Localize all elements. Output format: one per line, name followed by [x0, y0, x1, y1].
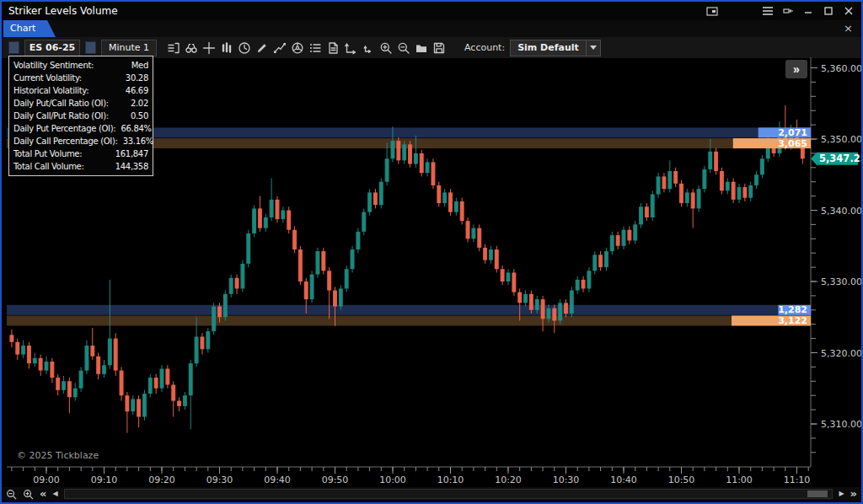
- list-icon[interactable]: [308, 41, 322, 55]
- zoom-out-icon[interactable]: [6, 487, 17, 501]
- svg-text:5,330.00: 5,330.00: [821, 276, 861, 287]
- panel-row: Daily Call/Put Ratio (OI):0.50: [9, 110, 153, 122]
- bar-type-icon[interactable]: [220, 41, 233, 55]
- panel-row-value: 144,358: [115, 160, 148, 173]
- tab-bar: Chart ×: [2, 20, 861, 37]
- svg-text:10:40: 10:40: [610, 475, 637, 485]
- svg-text:1,282: 1,282: [778, 304, 807, 315]
- panel-row-label: Total Put Volume:: [13, 147, 82, 160]
- svg-text:09:40: 09:40: [264, 475, 291, 485]
- binoculars-icon[interactable]: [185, 41, 198, 55]
- account-dropdown[interactable]: Sim Default: [510, 40, 601, 56]
- bottom-scroll-bar: « ◀ ▶ »: [2, 487, 861, 501]
- svg-text:5,340.00: 5,340.00: [821, 206, 861, 217]
- axis-corner-icon[interactable]: [362, 41, 375, 55]
- panel-expand-button[interactable]: »: [785, 60, 807, 78]
- toolbar-icons: [167, 41, 446, 55]
- panel-row-label: Historical Volatility:: [13, 84, 88, 97]
- volatility-panel-rows: Volatility Sentiment:MedCurrent Volatili…: [9, 59, 153, 173]
- svg-text:09:50: 09:50: [322, 475, 349, 485]
- svg-text:09:10: 09:10: [91, 475, 118, 485]
- svg-text:3,065: 3,065: [778, 138, 807, 149]
- clock-icon[interactable]: [238, 41, 251, 55]
- crosshair-icon[interactable]: [202, 41, 216, 55]
- trendline-icon[interactable]: [273, 41, 287, 55]
- instrument-selector[interactable]: ES 06-25: [24, 40, 80, 56]
- fast-forward-icon[interactable]: »: [850, 487, 857, 501]
- panel-row-label: Daily Put Percentage (OI):: [13, 122, 115, 135]
- tab-close-icon[interactable]: ×: [844, 20, 853, 37]
- tab-chart-label: Chart: [10, 23, 35, 34]
- svg-text:3,122: 3,122: [778, 315, 807, 326]
- panel-row-label: Current Volatility:: [13, 72, 82, 84]
- panel-row-label: Volatility Sentiment:: [13, 59, 94, 72]
- minimize-icon[interactable]: [802, 5, 814, 17]
- panel-row-value: 30.28: [126, 72, 148, 84]
- draw-icon[interactable]: [255, 41, 269, 55]
- zoom-in-icon[interactable]: [379, 41, 393, 55]
- panel-row: Daily Put/Call Ratio (OI):2.02: [9, 97, 153, 110]
- interval-link-square[interactable]: [85, 41, 96, 54]
- svg-text:10:00: 10:00: [379, 475, 406, 485]
- svg-text:09:30: 09:30: [206, 475, 233, 485]
- panel-row-label: Daily Call Percentage (OI):: [13, 135, 118, 147]
- panel-row-label: Total Call Volume:: [13, 160, 84, 173]
- account-label: Account:: [464, 42, 505, 53]
- svg-text:5,310.00: 5,310.00: [821, 419, 861, 430]
- svg-text:5,320.00: 5,320.00: [821, 348, 861, 359]
- svg-text:5,360.00: 5,360.00: [821, 63, 861, 74]
- panel-row-value: 2.02: [131, 97, 148, 110]
- svg-text:10:20: 10:20: [495, 475, 522, 485]
- title-bar: Striker Levels Volume: [2, 2, 861, 20]
- folder-icon[interactable]: [415, 41, 428, 55]
- close-icon[interactable]: [843, 5, 855, 17]
- window-title: Striker Levels Volume: [8, 5, 118, 17]
- scroll-left-icon[interactable]: ◀: [52, 487, 57, 501]
- axis-scale-icon[interactable]: [344, 41, 357, 55]
- account-value: Sim Default: [511, 40, 586, 56]
- chart-link-icon[interactable]: [167, 41, 180, 55]
- panel-row-value: 161,847: [115, 147, 148, 160]
- app-window: Striker Levels Volume Chart: [0, 0, 863, 504]
- panel-row-value: Med: [131, 59, 148, 72]
- copyright-text: © 2025 Tickblaze: [17, 450, 99, 461]
- pin-icon[interactable]: [782, 5, 794, 17]
- panel-row: Historical Volatility:46.69: [9, 84, 153, 97]
- wheel-icon[interactable]: [291, 41, 304, 55]
- window-controls: [706, 5, 855, 17]
- panel-row: Daily Call Percentage (OI):33.16%: [9, 135, 153, 147]
- tab-chart[interactable]: Chart: [3, 20, 56, 37]
- scrollbar-track[interactable]: [64, 489, 834, 499]
- maximize-icon[interactable]: [823, 5, 834, 17]
- svg-text:5,350.00: 5,350.00: [821, 134, 861, 145]
- zoom-out-icon[interactable]: [397, 41, 410, 55]
- svg-text:10:50: 10:50: [668, 475, 695, 485]
- panel-row-value: 66.84%: [121, 122, 151, 135]
- workspace-icon[interactable]: [706, 5, 718, 17]
- zoom-in-icon[interactable]: [23, 487, 34, 501]
- instrument-link-square[interactable]: [8, 41, 19, 54]
- save-icon[interactable]: [432, 41, 446, 55]
- panel-row-label: Daily Call/Put Ratio (OI):: [13, 110, 109, 122]
- svg-text:10:10: 10:10: [437, 475, 464, 485]
- svg-text:09:20: 09:20: [148, 475, 175, 485]
- svg-text:11:10: 11:10: [784, 475, 811, 485]
- scrollbar-thumb[interactable]: [807, 491, 828, 497]
- panel-row: Current Volatility:30.28: [9, 72, 153, 84]
- timeframe-selector[interactable]: Minute 1: [101, 40, 157, 56]
- panel-row-value: 46.69: [126, 84, 148, 97]
- svg-text:2,071: 2,071: [778, 127, 807, 138]
- report-icon[interactable]: [326, 41, 340, 55]
- svg-text:5,347.25: 5,347.25: [819, 153, 861, 164]
- scroll-right-icon[interactable]: ▶: [839, 487, 844, 501]
- panel-row-label: Daily Put/Call Ratio (OI):: [13, 97, 109, 110]
- volatility-panel: Volatility Sentiment:MedCurrent Volatili…: [8, 56, 153, 176]
- dropdown-arrow-icon[interactable]: [586, 40, 600, 56]
- panel-row: Volatility Sentiment:Med: [9, 59, 153, 72]
- menu-icon[interactable]: [762, 5, 774, 17]
- panel-row-value: 33.16%: [123, 135, 153, 147]
- panel-row-value: 0.50: [131, 110, 148, 122]
- fast-rewind-icon[interactable]: «: [40, 487, 46, 501]
- svg-text:09:00: 09:00: [33, 475, 60, 485]
- panel-row: Daily Put Percentage (OI):66.84%: [9, 122, 153, 135]
